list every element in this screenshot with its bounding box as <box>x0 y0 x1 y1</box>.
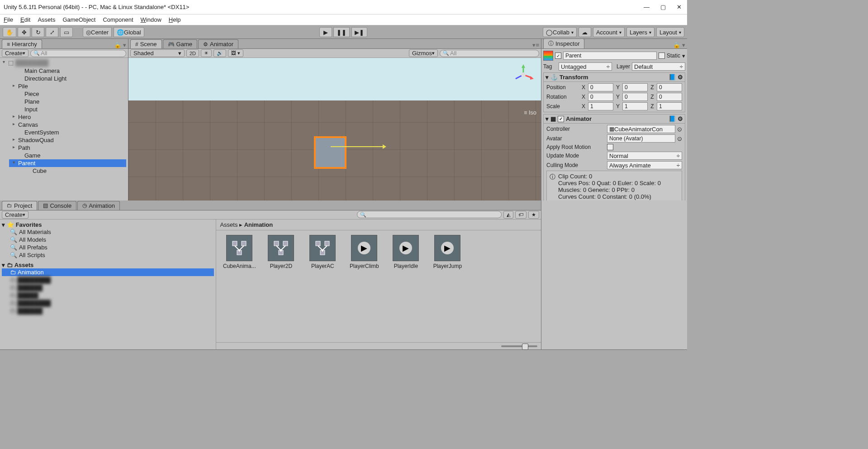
hierarchy-item[interactable]: EventSystem <box>9 129 126 136</box>
account-dropdown[interactable]: Account <box>593 27 625 37</box>
menu-window[interactable]: Window <box>141 16 161 23</box>
tag-dropdown[interactable]: Untagged÷ <box>559 62 612 71</box>
folder-animation[interactable]: 🗀 Animation <box>2 268 214 276</box>
favorite-item[interactable]: 🔍 All Models <box>2 236 214 244</box>
console-tab[interactable]: ▤ Console <box>38 201 76 210</box>
animator-foldout-icon[interactable]: ▾ <box>545 115 549 122</box>
project-tab[interactable]: 🗀 Project <box>2 201 37 210</box>
game-tab[interactable]: 🎮 Game <box>163 39 197 48</box>
folder-blurred[interactable]: 🗀 ████████ <box>2 299 214 307</box>
scene-root[interactable]: ⬚ ████████ <box>0 59 128 67</box>
hierarchy-item[interactable]: Pile <box>9 82 126 90</box>
animator-gear-icon[interactable]: ⚙ <box>678 115 683 122</box>
asset-item[interactable]: PlayerJump <box>429 235 466 269</box>
layer-dropdown[interactable]: Default÷ <box>632 62 685 71</box>
hierarchy-item[interactable]: Path <box>9 144 126 152</box>
layers-dropdown[interactable]: Layers <box>626 27 655 37</box>
transform-help-icon[interactable]: 📘 <box>669 74 676 81</box>
selected-object-cube[interactable] <box>314 136 346 169</box>
animation-tab[interactable]: ◷ Animation <box>77 201 120 210</box>
pivot-toggle[interactable]: ◎ Center <box>83 27 112 37</box>
transform-gear-icon[interactable]: ⚙ <box>678 74 683 81</box>
layout-dropdown[interactable]: Layout <box>656 27 684 37</box>
hierarchy-lock-icon[interactable]: 🔒 ▾ <box>112 42 128 48</box>
favorite-item[interactable]: 🔍 All Scripts <box>2 251 214 259</box>
2d-toggle[interactable]: 2D <box>186 49 199 57</box>
position-z[interactable]: 0 <box>657 83 682 91</box>
menu-assets[interactable]: Assets <box>38 16 55 23</box>
pause-button[interactable]: ❚❚ <box>333 27 350 37</box>
hierarchy-item[interactable]: Directional Light <box>9 75 126 82</box>
animator-tab[interactable]: ⚙ Animator <box>198 39 238 48</box>
collab-dropdown[interactable]: ◯ Collab <box>543 27 577 37</box>
hierarchy-item[interactable]: Cube <box>9 167 126 175</box>
asset-item[interactable]: Player2D <box>262 235 299 269</box>
rotation-y[interactable]: 0 <box>622 93 648 101</box>
static-checkbox[interactable] <box>659 53 665 59</box>
name-field[interactable]: Parent <box>563 52 657 60</box>
close-button[interactable]: ✕ <box>677 4 682 10</box>
scale-y[interactable]: 1 <box>622 102 648 110</box>
assets-header[interactable]: ▾ 🗀 Assets <box>2 262 214 268</box>
fx-toggle[interactable]: 🖼 ▾ <box>228 49 243 57</box>
favorites-header[interactable]: ▾ ⭐ Favorites <box>2 221 214 228</box>
menu-help[interactable]: Help <box>169 16 181 23</box>
orientation-gizmo[interactable] <box>513 64 534 85</box>
hierarchy-create[interactable]: Create ▾ <box>2 49 28 57</box>
folder-blurred[interactable]: 🗀 ██████ <box>2 307 214 315</box>
hierarchy-item[interactable]: Input <box>9 105 126 113</box>
save-search-icon[interactable]: ★ <box>528 211 539 219</box>
step-button[interactable]: ▶❚ <box>351 27 367 37</box>
menu-gameobject[interactable]: GameObject <box>62 16 95 23</box>
audio-toggle[interactable]: 🔊 <box>213 49 226 57</box>
scene-viewport[interactable]: ≡ Iso <box>128 58 541 201</box>
folder-blurred[interactable]: 🗀 ██████ <box>2 284 214 291</box>
minimize-button[interactable]: — <box>644 4 650 10</box>
gameobject-icon[interactable] <box>543 51 553 61</box>
thumbnail-size-slider[interactable] <box>501 345 537 347</box>
hierarchy-item[interactable]: Parent <box>9 159 126 167</box>
shading-dropdown[interactable]: Shaded▾ <box>130 49 185 57</box>
favorite-item[interactable]: 🔍 All Materials <box>2 228 214 236</box>
position-y[interactable]: 0 <box>622 83 648 91</box>
maximize-button[interactable]: ▢ <box>660 4 666 10</box>
rotation-z[interactable]: 0 <box>657 93 682 101</box>
avatar-field[interactable]: None (Avatar) <box>607 134 675 143</box>
hand-tool[interactable]: ✋ <box>3 27 16 37</box>
gizmos-dropdown[interactable]: Gizmos ▾ <box>409 49 438 57</box>
avatar-picker-icon[interactable]: ⊙ <box>677 135 682 142</box>
hierarchy-item[interactable]: Canvas <box>9 121 126 129</box>
scene-search[interactable]: 🔍All <box>440 50 539 57</box>
transform-foldout-icon[interactable]: ▾ <box>545 74 549 81</box>
scale-tool[interactable]: ⤢ <box>46 27 58 37</box>
rotation-x[interactable]: 0 <box>588 93 613 101</box>
asset-item[interactable]: CubeAnima... <box>221 235 258 269</box>
lighting-toggle[interactable]: ☀ <box>201 49 212 57</box>
hierarchy-tab[interactable]: ≡ Hierarchy <box>2 39 42 48</box>
menu-file[interactable]: File <box>4 16 13 23</box>
active-checkbox[interactable] <box>555 53 561 59</box>
rotate-tool[interactable]: ↻ <box>32 27 44 37</box>
hierarchy-item[interactable]: ShadowQuad <box>9 136 126 144</box>
scale-x[interactable]: 1 <box>588 102 613 110</box>
hierarchy-item[interactable]: Main Camera <box>9 67 126 75</box>
play-button[interactable]: ▶ <box>319 27 332 37</box>
updatemode-dropdown[interactable]: Normal÷ <box>607 152 682 160</box>
rootmotion-checkbox[interactable] <box>607 144 613 150</box>
search-by-type-icon[interactable]: ◭ <box>503 211 513 219</box>
folder-blurred[interactable]: 🗀 █████ <box>2 291 214 299</box>
hierarchy-search[interactable]: 🔍All <box>30 50 126 57</box>
inspector-tab[interactable]: ⓘ Inspector <box>543 38 584 48</box>
menu-edit[interactable]: Edit <box>20 16 30 23</box>
hierarchy-item[interactable]: Hero <box>9 113 126 121</box>
rect-tool[interactable]: ▭ <box>60 27 73 37</box>
animator-help-icon[interactable]: 📘 <box>669 115 676 122</box>
cullingmode-dropdown[interactable]: Always Animate÷ <box>607 161 682 169</box>
hierarchy-item[interactable]: Piece <box>9 90 126 98</box>
static-dropdown-icon[interactable]: ▾ <box>682 53 685 59</box>
hierarchy-item[interactable]: Game <box>9 152 126 159</box>
controller-picker-icon[interactable]: ⊙ <box>677 126 682 133</box>
space-toggle[interactable]: 🌐 Global <box>114 27 144 37</box>
scene-tab[interactable]: # Scene <box>130 39 162 48</box>
project-create[interactable]: Create ▾ <box>2 211 28 219</box>
